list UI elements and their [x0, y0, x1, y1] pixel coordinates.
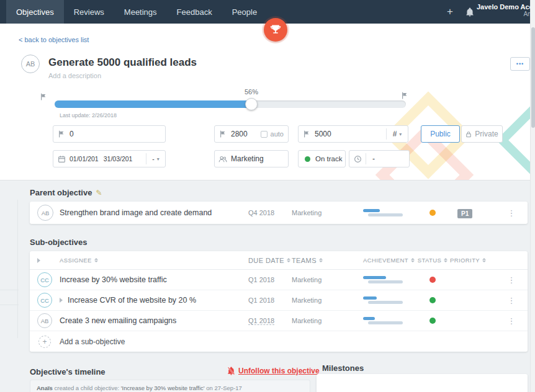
sort-icon: [411, 258, 415, 262]
team: Marketing: [292, 296, 363, 304]
milestones-heading: Milestones: [322, 363, 364, 373]
current-value-field[interactable]: 2800 auto: [214, 125, 289, 143]
achievement-bar: [363, 276, 403, 283]
expand-all-arrow-icon[interactable]: [37, 258, 40, 263]
sub-objectives-heading-label: Sub-objectives: [30, 238, 87, 247]
private-label: Private: [475, 130, 498, 138]
start-value-field[interactable]: 0: [53, 125, 166, 143]
time-field[interactable]: -: [349, 150, 410, 167]
table-header-row: ASSIGNEE DUE DATE TEAMS ACHIEVEMENT STAT…: [30, 251, 528, 270]
parent-objective-title[interactable]: Strengthen brand image and create demand: [60, 208, 248, 217]
objective-menu-button[interactable]: •••: [510, 57, 530, 71]
achievement-bar: [363, 296, 403, 304]
table-row[interactable]: CC Increase CVR of the website by 20 % Q…: [30, 290, 528, 311]
current-value-flag-icon: [215, 130, 231, 138]
parent-objective-card[interactable]: AB Strengthen brand image and create dem…: [30, 202, 528, 224]
column-header-priority[interactable]: PRIORITY: [447, 257, 495, 264]
row-menu-button[interactable]: ⋮: [495, 316, 528, 326]
progress-track[interactable]: [55, 100, 406, 108]
tree-connector-line: [0, 305, 19, 305]
row-menu-button[interactable]: ⋮: [495, 296, 528, 305]
unit-value: #: [393, 130, 397, 138]
divider: [366, 153, 366, 164]
sort-icon: [319, 258, 323, 262]
due-date: Q1 2018: [248, 296, 292, 304]
achievement-bar: [363, 317, 403, 324]
period-dropdown[interactable]: - ▾: [146, 155, 165, 163]
team: Marketing: [292, 317, 363, 324]
clock-icon: [349, 155, 366, 163]
start-flag-icon: [40, 92, 47, 103]
tab-objectives[interactable]: Objectives: [6, 0, 64, 24]
notifications-bell-icon[interactable]: [463, 0, 477, 24]
due-date: Q1 2018: [248, 317, 292, 325]
tab-people[interactable]: People: [222, 0, 267, 24]
public-label: Public: [430, 130, 451, 138]
table-row[interactable]: CC Increase by 30% website traffic Q1 20…: [30, 270, 528, 290]
priority-badge: P1: [457, 209, 472, 218]
period-value: -: [152, 155, 155, 163]
trophy-icon: [269, 24, 282, 36]
visibility-public-button[interactable]: Public: [421, 125, 460, 143]
column-header-due-date[interactable]: DUE DATE: [248, 257, 292, 264]
status-field[interactable]: On track: [298, 150, 346, 167]
tab-feedback[interactable]: Feedback: [167, 0, 222, 24]
column-header-assignee[interactable]: ASSIGNEE: [60, 257, 248, 264]
parent-team: Marketing: [292, 209, 363, 216]
tab-reviews[interactable]: Reviews: [64, 0, 114, 24]
progress-handle[interactable]: [245, 98, 258, 110]
scrollbar-track[interactable]: [530, 0, 535, 392]
progress-percent-label: 56%: [245, 88, 258, 96]
bell-slash-icon: [227, 367, 235, 375]
back-to-objectives-link[interactable]: < back to objectives list: [19, 36, 89, 43]
time-value: -: [372, 154, 375, 163]
avatar: CC: [37, 272, 52, 287]
timeline-date: on 27-Sep-17: [205, 385, 242, 391]
objective-owner-avatar[interactable]: AB: [21, 55, 40, 73]
auto-checkbox[interactable]: [261, 131, 268, 138]
timeline-action: created a child objective:: [53, 385, 121, 391]
chevron-down-icon: ▾: [399, 131, 402, 137]
unfollow-objective-link[interactable]: Unfollow this objective: [227, 367, 320, 375]
sub-objective-title[interactable]: Increase CVR of the website by 20 %: [60, 296, 248, 305]
lock-icon: [465, 131, 472, 138]
objective-trophy-badge: [264, 18, 287, 42]
expand-row-arrow-icon[interactable]: [60, 298, 63, 303]
table-row[interactable]: AB Create 3 new emailing campaigns Q1 20…: [30, 311, 528, 331]
add-button[interactable]: +: [443, 0, 457, 24]
sub-objective-title[interactable]: Create 3 new emailing campaigns: [60, 316, 248, 325]
target-value-field[interactable]: 5000 # ▾: [298, 125, 408, 143]
start-value-flag-icon: [53, 130, 70, 138]
avatar: AB: [37, 313, 52, 328]
objective-detail-panel: Objectives Reviews Meetings Feedback Peo…: [0, 0, 535, 180]
tree-connector-line: [17, 200, 18, 338]
account-menu[interactable]: Javelo Demo Accou Anaï: [477, 3, 535, 17]
sub-objective-title[interactable]: Increase by 30% website traffic: [60, 275, 248, 284]
row-menu-button[interactable]: ⋮: [495, 275, 528, 285]
table-row: AB Strengthen brand image and create dem…: [30, 202, 528, 224]
account-name: Javelo Demo Accou: [477, 3, 535, 11]
unit-dropdown[interactable]: # ▾: [387, 130, 408, 138]
add-sub-objective-button[interactable]: + Add a sub-objective: [30, 331, 528, 352]
tab-meetings[interactable]: Meetings: [114, 0, 167, 24]
visibility-private-button[interactable]: Private: [461, 125, 503, 143]
column-header-status[interactable]: STATUS: [418, 257, 447, 264]
add-description-link[interactable]: Add a description: [48, 72, 101, 79]
sort-icon: [287, 258, 290, 262]
team-field[interactable]: Marketing: [214, 150, 289, 167]
column-header-teams[interactable]: TEAMS: [292, 257, 363, 264]
target-value-flag-icon: [299, 130, 315, 138]
timeline-object: 'Increase by 30% website traffic': [121, 385, 205, 391]
auto-label: auto: [271, 130, 284, 138]
unfollow-label: Unfollow this objective: [238, 367, 320, 375]
objective-title: Generate 5000 qualified leads: [48, 56, 197, 69]
scrollbar-thumb[interactable]: [531, 27, 535, 128]
column-header-achievement[interactable]: ACHIEVEMENT: [363, 257, 418, 264]
date-range-field[interactable]: 01/01/201 31/03/201 - ▾: [53, 150, 166, 167]
tree-connector-line: [0, 290, 19, 290]
edit-pencil-icon[interactable]: ✎: [96, 189, 102, 197]
status-dot: [429, 318, 436, 324]
timeline-entry: Anaïs created a child objective: 'Increa…: [30, 380, 310, 392]
row-menu-button[interactable]: ⋮: [495, 208, 528, 218]
timeline-actor: Anaïs: [37, 385, 53, 391]
